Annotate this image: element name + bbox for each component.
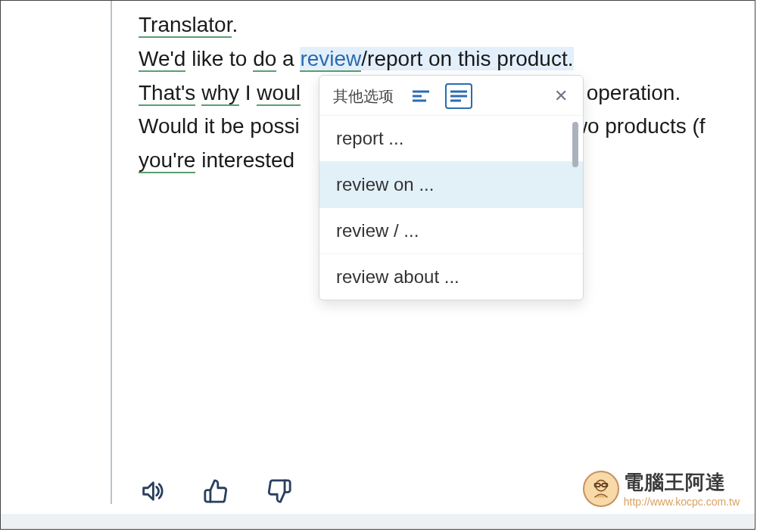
alternative-item[interactable]: review on ...	[319, 162, 583, 208]
scrollbar-thumb[interactable]	[572, 122, 578, 167]
punct: .	[232, 13, 238, 36]
word-youre[interactable]: you're	[139, 148, 195, 173]
close-icon[interactable]: ✕	[550, 85, 572, 107]
text-frag: I	[239, 81, 257, 104]
text-frag: interested	[195, 148, 294, 172]
popup-list: report ... review on ... review / ... re…	[319, 116, 583, 300]
thumbs-down-icon[interactable]	[264, 476, 294, 506]
watermark-url: http://www.kocpc.com.tw	[624, 496, 740, 508]
bottom-strip	[1, 514, 755, 529]
word-do[interactable]: do	[253, 47, 276, 72]
text-line: We'd like to do a review/report on this …	[139, 42, 732, 76]
popup-header: 其他选项 ✕	[319, 76, 583, 116]
watermark-avatar-icon	[583, 471, 619, 507]
alternative-item[interactable]: report ...	[319, 116, 583, 162]
svg-marker-6	[144, 483, 154, 500]
alternative-item[interactable]: review about ...	[319, 254, 583, 300]
text-frag: a	[276, 47, 300, 70]
alternative-item[interactable]: review / ...	[319, 208, 583, 254]
word-thats[interactable]: That's	[139, 81, 195, 106]
selected-word-review[interactable]: review	[300, 47, 361, 72]
feedback-bar	[137, 476, 294, 506]
long-lines-icon[interactable]	[445, 83, 472, 109]
highlighted-phrase[interactable]: /report on this product.	[361, 47, 573, 70]
speaker-icon[interactable]	[137, 476, 167, 506]
text-line: Translator.	[139, 8, 732, 42]
popup-title: 其他选项	[333, 86, 394, 107]
text-frag: like to	[185, 47, 253, 70]
app-frame: Translator. We'd like to do a review/rep…	[0, 0, 755, 530]
short-lines-icon[interactable]	[407, 83, 435, 109]
text-frag: operation.	[581, 81, 681, 104]
word-woul[interactable]: woul	[257, 81, 301, 106]
watermark-title: 電腦王阿達	[624, 469, 740, 496]
text-frag: Would it be possi	[139, 114, 300, 138]
word-wed[interactable]: We'd	[139, 47, 185, 72]
word-why[interactable]: why	[201, 81, 239, 106]
alternatives-popup: 其他选项 ✕ report ... review on ...	[319, 75, 584, 300]
watermark: 電腦王阿達 http://www.kocpc.com.tw	[583, 469, 740, 508]
text-frag: wo products (f	[572, 114, 706, 138]
thumbs-up-icon[interactable]	[201, 476, 231, 506]
word-translator[interactable]: Translator	[139, 13, 232, 38]
